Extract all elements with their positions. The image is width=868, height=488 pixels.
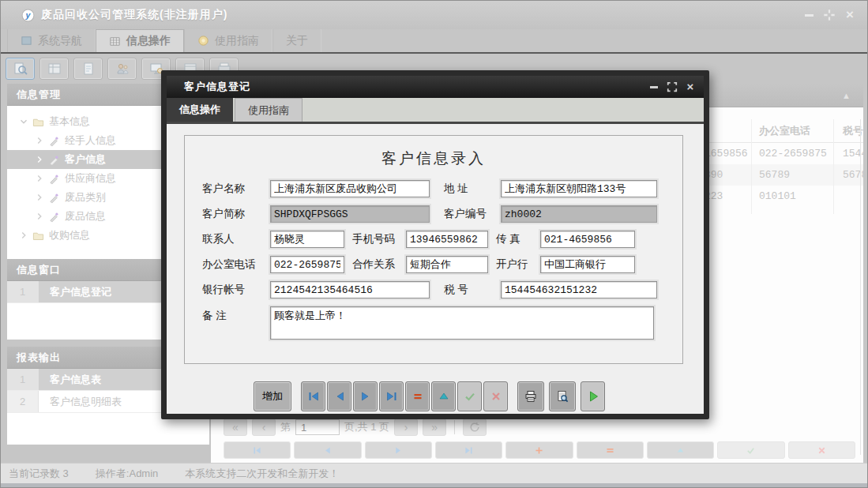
customer-name-input[interactable]	[270, 180, 430, 197]
status-bar: 当前记录数 3 操作者:Admin 本系统支持二次开发和全新开发！	[1, 463, 867, 483]
scrollbar-track[interactable]	[860, 119, 861, 455]
print-button[interactable]	[517, 381, 544, 411]
preview-icon	[556, 390, 569, 403]
tax-no-input[interactable]	[501, 281, 657, 298]
restore-icon[interactable]	[823, 9, 836, 21]
users-tool-button[interactable]	[107, 58, 137, 80]
document-tool-button[interactable]	[73, 58, 103, 80]
bank-input[interactable]	[540, 256, 635, 273]
cross-icon	[490, 390, 502, 403]
contact-input[interactable]	[270, 231, 344, 248]
first-record-button[interactable]	[224, 441, 291, 459]
cooperation-input[interactable]	[406, 256, 488, 273]
next-record-icon	[393, 445, 404, 456]
dialog-tab-info-ops[interactable]: 信息操作	[167, 98, 233, 122]
wand-icon	[48, 135, 60, 147]
dialog-body: 客户信息录入 客户名称 地 址 客户简称 客户编号	[167, 124, 704, 411]
collapse-icon[interactable]: ▲	[842, 91, 851, 100]
table-icon	[47, 62, 62, 76]
tab-info-ops[interactable]: 信息操作	[96, 29, 184, 52]
field-label: 地 址	[430, 182, 501, 196]
fax-input[interactable]	[540, 231, 635, 248]
remark-textarea[interactable]	[270, 306, 654, 340]
dialog-titlebar[interactable]: 客户信息登记 ×	[167, 76, 704, 98]
mobile-input[interactable]	[406, 231, 488, 248]
confirm-button[interactable]	[457, 381, 482, 411]
prev-record-button[interactable]	[327, 381, 351, 411]
next-record-button[interactable]	[353, 381, 378, 411]
tab-system-nav[interactable]: 系统导航	[7, 29, 96, 52]
add-record-button[interactable]	[505, 441, 573, 459]
dialog-button-row: 增加	[167, 381, 704, 411]
add-button[interactable]: 增加	[254, 381, 291, 411]
check-icon	[746, 445, 756, 456]
edit-record-button[interactable]	[647, 441, 714, 459]
wand-icon	[48, 154, 60, 166]
next-record-button[interactable]	[365, 441, 432, 459]
minimize-icon[interactable]	[802, 9, 815, 21]
up-triangle-icon	[675, 445, 686, 456]
dialog-maximize-icon[interactable]	[667, 81, 678, 92]
page-label-prefix: 第	[280, 420, 291, 434]
grid-icon	[109, 36, 121, 47]
office-phone-input[interactable]	[270, 256, 344, 273]
last-record-button[interactable]	[435, 441, 502, 459]
window-title: 废品回收公司管理系统(非注册用户)	[41, 8, 227, 22]
svg-text:y: y	[25, 10, 32, 20]
window-titlebar[interactable]: y 废品回收公司管理系统(非注册用户) ×	[1, 1, 867, 29]
tab-guide[interactable]: 使用指南	[184, 29, 272, 52]
app-logo-icon: y	[21, 9, 35, 22]
delete-record-button[interactable]	[577, 441, 644, 459]
dialog-close-icon[interactable]: ×	[685, 81, 696, 92]
tab-about[interactable]: 关于	[272, 29, 321, 52]
confirm-button[interactable]	[717, 441, 784, 459]
first-record-icon	[252, 445, 262, 456]
field-label: 开户行	[488, 257, 540, 272]
prev-page-button[interactable]: ‹	[252, 419, 276, 436]
close-icon[interactable]: ×	[844, 9, 856, 21]
window-bottom-edge	[1, 483, 867, 488]
equals-icon	[411, 390, 424, 403]
play-icon	[587, 390, 599, 403]
document-icon	[81, 62, 96, 76]
chevron-right-icon	[34, 211, 45, 222]
field-label: 办公室电话	[202, 257, 270, 272]
field-label: 备 注	[202, 306, 270, 323]
next-record-icon	[359, 390, 372, 403]
cancel-button[interactable]	[483, 381, 508, 411]
table-tool-button[interactable]	[39, 58, 69, 80]
edit-record-button[interactable]	[431, 381, 456, 411]
refresh-button[interactable]	[463, 419, 487, 436]
chevron-right-icon	[34, 154, 45, 165]
delete-record-button[interactable]	[405, 381, 430, 411]
first-record-button[interactable]	[301, 381, 325, 411]
field-label: 客户简称	[202, 207, 270, 221]
dialog-tab-guide[interactable]: 使用指南	[235, 98, 302, 122]
next-page-button[interactable]: ›	[394, 419, 418, 436]
customer-short-input	[270, 205, 430, 223]
dialog-minimize-icon[interactable]	[648, 81, 659, 92]
users-icon	[115, 62, 130, 76]
field-label: 联系人	[202, 232, 270, 246]
column-header: 办公室电话	[759, 124, 810, 138]
wand-icon	[48, 192, 60, 204]
run-button[interactable]	[581, 381, 605, 411]
last-record-icon	[385, 390, 398, 403]
first-page-button[interactable]: «	[224, 419, 247, 436]
customer-registration-dialog: 客户信息登记 × 信息操作 使用指南 客户信息录入	[161, 70, 709, 419]
bank-account-input[interactable]	[270, 281, 430, 298]
page-number-input[interactable]	[295, 419, 340, 435]
status-message: 本系统支持二次开发和全新开发！	[185, 467, 339, 481]
last-record-button[interactable]	[379, 381, 404, 411]
address-input[interactable]	[501, 180, 657, 197]
record-toolbar	[224, 441, 855, 459]
prev-record-button[interactable]	[294, 441, 361, 459]
cancel-button[interactable]	[788, 441, 855, 459]
refresh-icon	[469, 422, 480, 433]
dialog-tab-bar: 信息操作 使用指南	[167, 98, 704, 122]
cross-icon	[817, 445, 827, 456]
search-tool-button[interactable]	[6, 58, 35, 80]
folder-icon	[32, 116, 44, 128]
preview-button[interactable]	[549, 381, 576, 411]
last-page-button[interactable]: »	[423, 419, 446, 436]
